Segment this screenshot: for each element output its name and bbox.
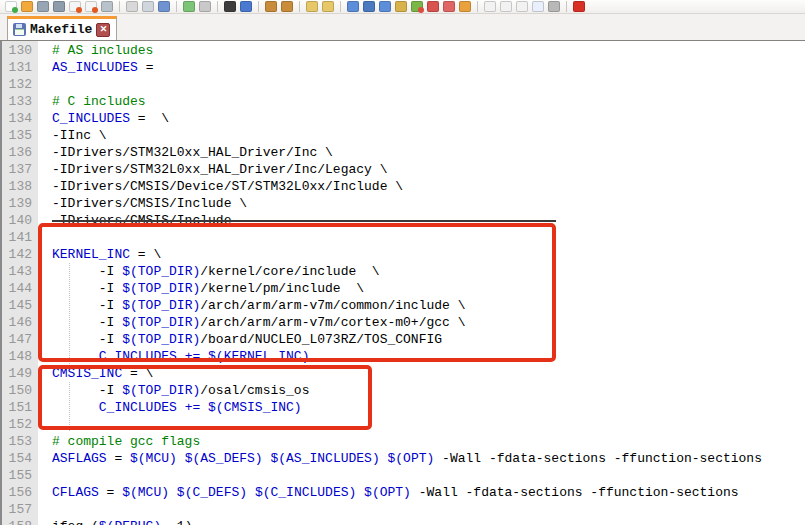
toolbar-separator — [340, 1, 341, 12]
editor-pane[interactable]: 130# AS includes131AS_INCLUDES =132133# … — [0, 40, 805, 525]
code-line[interactable]: 134C_INCLUDES = \ — [2, 110, 805, 127]
window-pane-2-icon[interactable] — [500, 1, 512, 12]
line-number: 130 — [2, 42, 38, 59]
code-line[interactable]: 158ifeq ($(DEBUG), 1) — [2, 518, 805, 525]
save-all-icon[interactable] — [53, 1, 65, 12]
code-line[interactable]: 136-IDrivers/STM32L0xx_HAL_Driver/Inc \ — [2, 144, 805, 161]
line-number: 156 — [2, 484, 38, 501]
toolbar — [0, 0, 805, 14]
code-line[interactable]: 130# AS includes — [2, 42, 805, 59]
code-line[interactable]: 156CFLAGS = $(MCU) $(C_DEFS) $(C_INCLUDE… — [2, 484, 805, 501]
close-file-icon[interactable] — [69, 1, 81, 12]
tab-bar: Makefile ✕ — [0, 14, 805, 40]
badge-dot — [12, 7, 18, 13]
code-line[interactable]: 139-IDrivers/CMSIS/Include \ — [2, 195, 805, 212]
line-number: 157 — [2, 501, 38, 518]
code-line[interactable]: 157 — [2, 501, 805, 518]
eraser-icon[interactable] — [443, 1, 455, 12]
line-number: 145 — [2, 297, 38, 314]
window-pane-3-icon[interactable] — [516, 1, 528, 12]
line-number: 144 — [2, 280, 38, 297]
line-number: 133 — [2, 93, 38, 110]
toolbar-separator — [258, 1, 259, 12]
code-text: C_INCLUDES = \ — [38, 110, 169, 127]
open-folder-icon[interactable] — [21, 1, 33, 12]
underline-rule — [52, 220, 556, 222]
code-editor-window: Makefile ✕ 130# AS includes131AS_INCLUDE… — [0, 0, 805, 525]
back-link-icon[interactable] — [306, 1, 318, 12]
toolbar-separator — [119, 1, 120, 12]
save-icon[interactable] — [37, 1, 49, 12]
code-line[interactable]: 132 — [2, 76, 805, 93]
chart-icon[interactable] — [411, 1, 423, 12]
tab-label: Makefile — [30, 22, 92, 37]
window-layout-icon[interactable] — [379, 1, 391, 12]
font-style-icon[interactable] — [240, 1, 252, 12]
bold-glyph-icon[interactable] — [224, 1, 236, 12]
comment-bubble-icon[interactable] — [183, 1, 195, 12]
print-icon[interactable] — [101, 1, 113, 12]
line-number: 154 — [2, 450, 38, 467]
tab-makefile[interactable]: Makefile ✕ — [7, 16, 117, 40]
code-line[interactable]: 131AS_INCLUDES = — [2, 59, 805, 76]
code-text — [38, 501, 52, 518]
line-number: 141 — [2, 229, 38, 246]
toolbar-separator — [217, 1, 218, 12]
pause-icon[interactable] — [363, 1, 375, 12]
line-number: 140 — [2, 212, 38, 229]
code-line[interactable]: 154ASFLAGS = $(MCU) $(AS_DEFS) $(AS_INCL… — [2, 450, 805, 467]
code-text: ifeq ($(DEBUG), 1) — [38, 518, 192, 525]
line-number: 149 — [2, 365, 38, 382]
error-doc-icon[interactable] — [427, 1, 439, 12]
redo-icon[interactable] — [281, 1, 293, 12]
badge-dot — [92, 7, 98, 13]
code-text — [38, 76, 52, 93]
line-number: 153 — [2, 433, 38, 450]
code-text: -IDrivers/CMSIS/Include \ — [38, 195, 247, 212]
code-text — [38, 467, 52, 484]
copy-icon[interactable] — [142, 1, 154, 12]
highlight-icon[interactable] — [459, 1, 471, 12]
line-number: 158 — [2, 518, 38, 525]
line-number: 147 — [2, 331, 38, 348]
undo-icon[interactable] — [265, 1, 277, 12]
code-line[interactable]: 155 — [2, 467, 805, 484]
window-pane-4-icon[interactable] — [532, 1, 544, 12]
line-number: 132 — [2, 76, 38, 93]
syntax-marker-icon[interactable] — [573, 1, 585, 12]
new-file-icon[interactable] — [5, 1, 17, 12]
window-pane-1-icon[interactable] — [484, 1, 496, 12]
code-text: # compile gcc flags — [38, 433, 200, 450]
code-text: -IInc \ — [38, 127, 107, 144]
annotation-box-cmsis-inc-highlight — [38, 365, 372, 430]
code-text: # C includes — [38, 93, 146, 110]
line-number: 131 — [2, 59, 38, 76]
bookmark-icon[interactable] — [395, 1, 407, 12]
code-line[interactable]: 138-IDrivers/CMSIS/Device/ST/STM32L0xx/I… — [2, 178, 805, 195]
new-window-icon[interactable] — [347, 1, 359, 12]
line-number: 152 — [2, 416, 38, 433]
code-text: -IDrivers/STM32L0xx_HAL_Driver/Inc \ — [38, 144, 333, 161]
code-text: ASFLAGS = $(MCU) $(AS_DEFS) $(AS_INCLUDE… — [38, 450, 762, 467]
line-number: 151 — [2, 399, 38, 416]
code-text: -IDrivers/CMSIS/Device/ST/STM32L0xx/Incl… — [38, 178, 403, 195]
line-number: 137 — [2, 161, 38, 178]
line-number: 150 — [2, 382, 38, 399]
code-line[interactable]: 137-IDrivers/STM32L0xx_HAL_Driver/Inc/Le… — [2, 161, 805, 178]
line-number: 146 — [2, 314, 38, 331]
window-pane-5-icon[interactable] — [548, 1, 560, 12]
code-line[interactable]: 153# compile gcc flags — [2, 433, 805, 450]
chat-bubble-icon[interactable] — [199, 1, 211, 12]
paste-icon[interactable] — [158, 1, 170, 12]
line-number: 134 — [2, 110, 38, 127]
line-number: 139 — [2, 195, 38, 212]
cut-icon[interactable] — [126, 1, 138, 12]
code-text: AS_INCLUDES = — [38, 59, 153, 76]
code-line[interactable]: 133# C includes — [2, 93, 805, 110]
badge-dot — [418, 7, 424, 13]
code-line[interactable]: 135-IInc \ — [2, 127, 805, 144]
line-number: 142 — [2, 246, 38, 263]
forward-link-icon[interactable] — [322, 1, 334, 12]
close-all-files-icon[interactable] — [85, 1, 97, 12]
close-tab-icon[interactable]: ✕ — [96, 23, 110, 37]
